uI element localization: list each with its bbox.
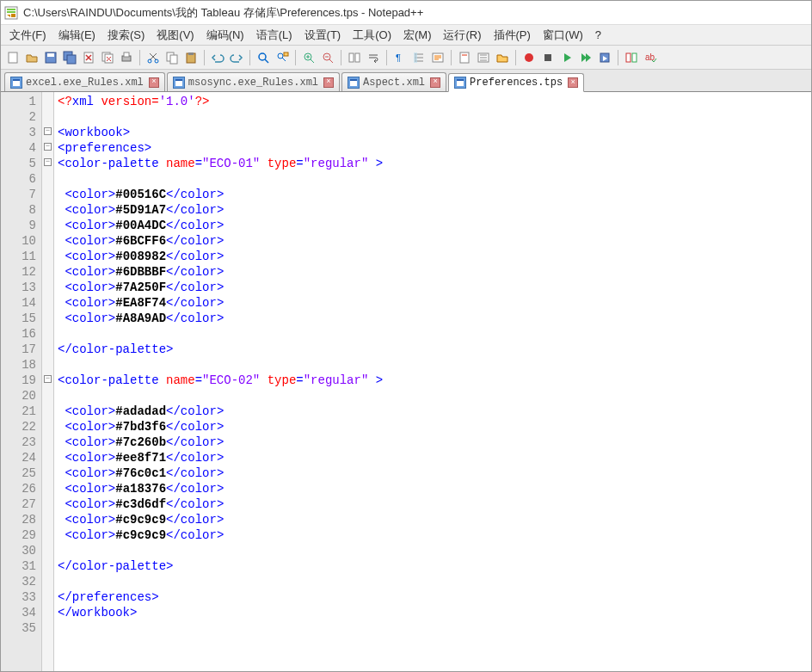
close-all-icon[interactable] <box>99 49 116 66</box>
indent-guide-icon[interactable] <box>410 49 428 66</box>
func-list-icon[interactable] <box>475 49 492 66</box>
code-line[interactable]: </preferences> <box>58 589 808 605</box>
redo-icon[interactable] <box>228 49 245 66</box>
fold-marker <box>42 216 53 231</box>
file-tab[interactable]: Preferences.tps× <box>448 73 584 92</box>
tab-close-icon[interactable]: × <box>430 77 440 88</box>
new-file-icon[interactable] <box>4 49 22 66</box>
menu-language[interactable]: 语言(L) <box>251 26 298 45</box>
compare-icon[interactable] <box>623 49 640 66</box>
save-all-icon[interactable] <box>61 49 78 66</box>
code-line[interactable]: <color>#5D91A7</color> <box>58 202 808 218</box>
tab-close-icon[interactable]: × <box>323 77 334 88</box>
record-macro-icon[interactable] <box>520 49 538 66</box>
code-line[interactable]: <color-palette name="ECO-01" type="regul… <box>58 156 808 171</box>
code-line[interactable]: <color>#7bd3f6</color> <box>58 419 808 435</box>
menu-window[interactable]: 窗口(W) <box>538 26 588 45</box>
code-line[interactable]: <color-palette name="ECO-02" type="regul… <box>58 373 808 388</box>
wrap-icon[interactable] <box>365 49 382 66</box>
separator <box>341 50 341 65</box>
code-line[interactable]: <color>#00516C</color> <box>58 187 808 202</box>
menu-help[interactable]: ? <box>590 27 606 43</box>
save-macro-icon[interactable] <box>596 49 613 66</box>
zoom-out-icon[interactable] <box>319 49 336 66</box>
code-line[interactable]: <color>#7A250F</color> <box>58 280 808 295</box>
menu-search[interactable]: 搜索(S) <box>102 26 150 45</box>
code-line[interactable]: </workbook> <box>58 605 808 620</box>
doc-map-icon[interactable] <box>456 49 473 66</box>
code-line[interactable]: <color>#00A4DC</color> <box>58 218 808 233</box>
menu-edit[interactable]: 编辑(E) <box>53 26 101 45</box>
separator <box>139 50 140 65</box>
menu-view[interactable]: 视图(V) <box>151 26 199 45</box>
undo-icon[interactable] <box>209 49 226 66</box>
code-line[interactable]: <color>#EA8F74</color> <box>58 295 808 311</box>
code-line[interactable]: <color>#A8A9AD</color> <box>58 311 808 326</box>
sync-scroll-icon[interactable] <box>346 49 363 66</box>
spell-icon[interactable]: ab <box>642 49 659 66</box>
code-line[interactable]: <color>#76c0c1</color> <box>58 465 808 481</box>
code-line[interactable]: <?xml version='1.0'?> <box>58 94 808 109</box>
code-line[interactable]: <color>#a18376</color> <box>58 481 808 496</box>
print-icon[interactable] <box>118 49 135 66</box>
code-line[interactable]: <color>#adadad</color> <box>58 404 808 419</box>
code-line[interactable]: <color>#6BCFF6</color> <box>58 233 808 249</box>
fold-marker[interactable]: − <box>42 123 53 139</box>
fold-marker[interactable]: − <box>42 154 53 170</box>
file-tab[interactable]: Aspect.xml× <box>341 72 446 91</box>
menu-settings[interactable]: 设置(T) <box>299 26 347 45</box>
show-chars-icon[interactable]: ¶ <box>391 49 409 66</box>
find-icon[interactable] <box>255 49 272 66</box>
separator <box>515 50 516 65</box>
code-line[interactable] <box>58 326 808 342</box>
play-multi-icon[interactable] <box>577 49 594 66</box>
folder-icon[interactable] <box>494 49 511 66</box>
lang-icon[interactable] <box>429 49 446 66</box>
zoom-in-icon[interactable] <box>300 49 317 66</box>
menu-encoding[interactable]: 编码(N) <box>201 26 249 45</box>
file-tab[interactable]: excel.exe_Rules.xml× <box>4 72 165 91</box>
fold-marker[interactable]: − <box>42 371 53 386</box>
code-line[interactable]: <color>#ee8f71</color> <box>58 450 808 465</box>
open-file-icon[interactable] <box>23 49 40 66</box>
menu-macro[interactable]: 宏(M) <box>398 26 437 45</box>
code-line[interactable]: <workbook> <box>58 125 808 140</box>
code-line[interactable]: </color-palette> <box>58 342 808 357</box>
replace-icon[interactable] <box>274 49 291 66</box>
code-line[interactable] <box>58 109 808 125</box>
code-line[interactable]: <color>#008982</color> <box>58 249 808 264</box>
file-tab[interactable]: msosync.exe_Rules.xml× <box>167 72 340 91</box>
tab-close-icon[interactable]: × <box>149 77 159 88</box>
code-line[interactable] <box>58 620 808 636</box>
menu-plugins[interactable]: 插件(P) <box>489 26 536 45</box>
close-icon[interactable] <box>80 49 97 66</box>
cut-icon[interactable] <box>145 49 162 66</box>
play-macro-icon[interactable] <box>558 49 575 66</box>
menu-run[interactable]: 运行(R) <box>438 26 486 45</box>
tab-close-icon[interactable]: × <box>568 77 578 88</box>
code-line[interactable] <box>58 543 808 558</box>
code-line[interactable]: <color>#c9c9c9</color> <box>58 527 808 543</box>
stop-macro-icon[interactable] <box>539 49 557 66</box>
separator <box>249 50 250 65</box>
save-icon[interactable] <box>42 49 59 66</box>
code-line[interactable] <box>58 574 808 589</box>
code-line[interactable] <box>58 171 808 187</box>
fold-marker <box>42 510 53 526</box>
copy-icon[interactable] <box>163 49 181 66</box>
code-line[interactable]: <preferences> <box>58 140 808 156</box>
menu-file[interactable]: 文件(F) <box>4 26 52 45</box>
menu-tools[interactable]: 工具(O) <box>348 26 397 45</box>
code-line[interactable]: <color>#6DBBBF</color> <box>58 264 808 280</box>
fold-marker <box>42 293 53 309</box>
file-icon <box>348 77 360 89</box>
code-area[interactable]: <?xml version='1.0'?><workbook><preferen… <box>54 92 811 671</box>
code-line[interactable]: <color>#7c260b</color> <box>58 435 808 450</box>
code-line[interactable]: <color>#c3d6df</color> <box>58 496 808 512</box>
code-line[interactable]: </color-palette> <box>58 558 808 574</box>
fold-marker[interactable]: − <box>42 139 53 154</box>
code-line[interactable]: <color>#c9c9c9</color> <box>58 512 808 527</box>
code-line[interactable] <box>58 388 808 404</box>
paste-icon[interactable] <box>182 49 200 66</box>
code-line[interactable] <box>58 357 808 373</box>
